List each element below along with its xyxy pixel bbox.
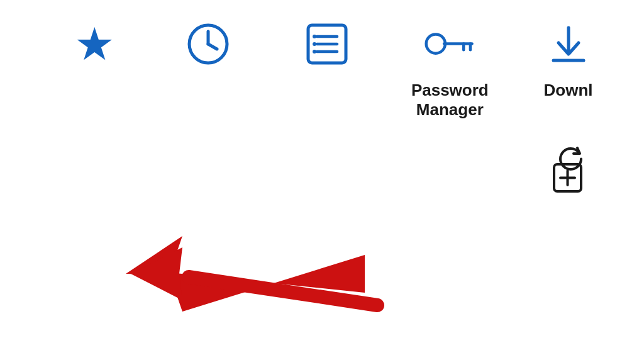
password-manager-label: PasswordManager <box>411 81 489 120</box>
clock-icon <box>186 19 231 69</box>
bottom-section <box>0 120 644 164</box>
svg-marker-19 <box>126 236 365 312</box>
svg-point-5 <box>313 35 316 38</box>
nav-item-password-manager[interactable]: PasswordManager <box>388 19 511 120</box>
nav-item-history[interactable] <box>152 19 265 81</box>
new-tab-icon <box>550 161 585 198</box>
downloads-label: Downl <box>544 81 593 100</box>
nav-item-reading-list[interactable] <box>265 19 389 81</box>
nav-item-downloads[interactable]: Downl <box>511 19 625 100</box>
svg-point-7 <box>313 42 316 46</box>
svg-line-2 <box>208 44 217 49</box>
svg-point-9 <box>313 50 316 54</box>
nav-item-bookmarks[interactable]: ★ <box>38 19 152 81</box>
download-icon <box>546 19 591 69</box>
svg-point-10 <box>426 34 445 53</box>
svg-line-20 <box>189 277 377 305</box>
svg-marker-21 <box>131 247 182 300</box>
nav-icons-row: ★ <box>0 0 644 120</box>
list-icon <box>304 19 350 69</box>
key-icon <box>425 19 475 69</box>
star-icon: ★ <box>74 19 115 69</box>
arrow-annotation <box>126 223 390 324</box>
